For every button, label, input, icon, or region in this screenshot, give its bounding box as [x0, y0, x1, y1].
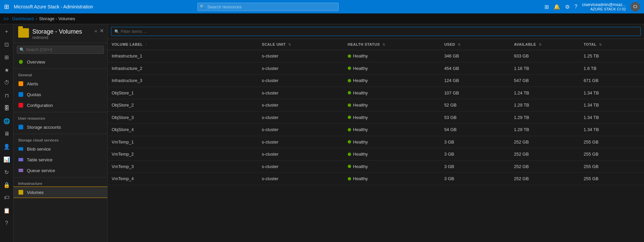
nav-item-volumes[interactable]: Volumes	[13, 187, 107, 198]
nav-item-queue-service[interactable]: Queue service	[13, 165, 107, 176]
cell-used: 346 GB	[440, 50, 510, 63]
col-health-label-text: HEALTH STATUS	[348, 42, 380, 46]
sidebar-dashboard-icon[interactable]: ⊡	[1, 38, 13, 50]
nav-item-alerts[interactable]: Alerts	[13, 78, 107, 89]
nav-table-label: Table service	[27, 157, 52, 162]
cell-used: 3 GB	[440, 136, 510, 148]
col-header-total[interactable]: TOTAL ⇅	[580, 39, 644, 50]
sidebar-compute-icon[interactable]: 🖥	[1, 128, 13, 140]
portal-icon[interactable]: ⊞	[544, 4, 549, 10]
cell-volume-label: ObjStore_2	[108, 99, 258, 112]
nav-item-table-service[interactable]: Table service	[13, 154, 107, 165]
notifications-icon[interactable]: 🔔	[554, 4, 560, 10]
table-service-icon	[18, 157, 24, 162]
panel-collapse-button[interactable]: «	[94, 28, 97, 34]
sidebar-tags-icon[interactable]: 🏷	[1, 192, 13, 204]
table-row[interactable]: Infrastructure_1 s-cluster Healthy 346 G…	[108, 50, 644, 63]
sidebar-allservices-icon[interactable]: ⊞	[1, 51, 13, 63]
table-row[interactable]: VmTemp_2 s-cluster Healthy 3 GB 252 GB 2…	[108, 148, 644, 161]
health-dot	[348, 54, 351, 58]
cell-scale-unit: s-cluster	[258, 148, 344, 161]
col-used-label-text: USED	[444, 42, 455, 46]
cell-used: 53 GB	[440, 111, 510, 124]
cell-scale-unit: s-cluster	[258, 87, 344, 99]
table-row[interactable]: VmTemp_3 s-cluster Healthy 3 GB 252 GB 2…	[108, 160, 644, 173]
cell-available: 933 GB	[510, 50, 579, 63]
health-dot	[348, 177, 351, 180]
sidebar-updates-icon[interactable]: ↻	[1, 166, 13, 178]
sidebar-network-icon[interactable]: 🌐	[1, 115, 13, 127]
panel-search-input[interactable]	[17, 46, 104, 54]
breadcrumb-expand[interactable]: >>	[3, 16, 9, 22]
cell-volume-label: VmTemp_1	[108, 136, 258, 148]
health-badge: Healthy	[348, 53, 368, 58]
cell-volume-label: Infrastructure_3	[108, 75, 258, 87]
cell-total: 1.34 TB	[580, 124, 644, 136]
sidebar-help-icon[interactable]: ?	[1, 217, 13, 229]
cell-used: 124 GB	[440, 75, 510, 87]
table-row[interactable]: Infrastructure_2 s-cluster Healthy 454 G…	[108, 62, 644, 75]
health-text: Healthy	[353, 127, 368, 132]
nav-item-storage-accounts[interactable]: Storage accounts	[13, 122, 107, 132]
sidebar-storage-icon[interactable]: 🗄	[1, 102, 13, 114]
sidebar-recent-icon[interactable]: ⏱	[1, 77, 13, 89]
health-badge: Healthy	[348, 115, 368, 120]
cell-volume-label: ObjStore_3	[108, 111, 258, 124]
cell-volume-label: ObjStore_1	[108, 87, 258, 99]
col-header-available[interactable]: AVAILABLE ⇅	[510, 39, 579, 50]
help-icon[interactable]: ?	[574, 4, 577, 10]
global-search-container: 🔍	[197, 3, 339, 11]
health-text: Healthy	[353, 115, 368, 120]
sidebar-users-icon[interactable]: 👤	[1, 140, 13, 153]
nav-section-user-resources: User resources	[13, 114, 107, 122]
nav-item-overview[interactable]: Overview	[13, 56, 107, 67]
cell-used: 3 GB	[440, 148, 510, 161]
col-header-scale-unit[interactable]: SCALE UNIT ⇅	[258, 39, 344, 50]
table-row[interactable]: ObjStore_2 s-cluster Healthy 52 GB 1.29 …	[108, 99, 644, 112]
nav-item-blob-service[interactable]: Blob service	[13, 144, 107, 154]
sidebar-subscriptions-icon[interactable]: 📋	[1, 204, 13, 216]
sidebar-plus-button[interactable]: +	[1, 26, 13, 38]
col-header-health-status[interactable]: HEALTH STATUS ⇅	[344, 39, 440, 50]
nav-divider-4	[13, 177, 107, 177]
sidebar-monitor-icon[interactable]: 📊	[1, 153, 13, 165]
health-dot	[348, 104, 351, 107]
overview-icon	[18, 59, 24, 65]
right-content: 🔍 VOLUME LABEL ↑ SCALE UNIT ⇅	[108, 24, 644, 242]
volumes-table: VOLUME LABEL ↑ SCALE UNIT ⇅ HEALTH STATU…	[108, 39, 644, 185]
col-header-used[interactable]: USED ⇅	[440, 39, 510, 50]
nav-item-configuration[interactable]: Configuration	[13, 100, 107, 111]
sidebar-resource-icon[interactable]: ⊓	[1, 89, 13, 102]
nav-item-quotas[interactable]: Quotas	[13, 89, 107, 100]
panel-close-button[interactable]: ✕	[100, 28, 104, 34]
cell-total: 1.34 TB	[580, 111, 644, 124]
sidebar-security-icon[interactable]: 🔒	[1, 179, 13, 191]
table-row[interactable]: VmTemp_4 s-cluster Healthy 3 GB 252 GB 2…	[108, 173, 644, 185]
global-search-input[interactable]	[197, 3, 339, 11]
table-row[interactable]: ObjStore_3 s-cluster Healthy 53 GB 1.29 …	[108, 111, 644, 124]
icon-sidebar: + ⊡ ⊞ ★ ⏱ ⊓ 🗄 🌐 🖥 👤 📊 ↻ 🔒 🏷 📋 ?	[0, 24, 13, 242]
settings-icon[interactable]: ⚙	[565, 4, 570, 10]
breadcrumb-dashboard[interactable]: Dashboard	[12, 16, 34, 21]
cell-total: 255 GB	[580, 148, 644, 161]
cell-volume-label: Infrastructure_1	[108, 50, 258, 63]
col-header-volume-label[interactable]: VOLUME LABEL ↑	[108, 39, 258, 50]
table-row[interactable]: ObjStore_4 s-cluster Healthy 54 GB 1.29 …	[108, 124, 644, 136]
table-row[interactable]: ObjStore_1 s-cluster Healthy 107 GB 1.24…	[108, 87, 644, 99]
sort-icon-available: ⇅	[539, 43, 542, 46]
left-panel: Storage - Volumes redmond « ✕ 🔍 Overview…	[13, 24, 108, 242]
table-row[interactable]: Infrastructure_3 s-cluster Healthy 124 G…	[108, 75, 644, 87]
health-text: Healthy	[353, 176, 368, 181]
nav-section-infrastructure: Infrastructure	[13, 179, 107, 187]
filter-input[interactable]	[111, 27, 641, 36]
health-badge: Healthy	[348, 127, 368, 132]
user-info: ciserviceadmin@msaz... AZURE STACK CI 02	[582, 2, 626, 11]
storage-accounts-icon	[18, 124, 24, 130]
avatar[interactable]: CI	[631, 2, 640, 11]
nav-volumes-label: Volumes	[27, 190, 44, 195]
table-row[interactable]: VmTemp_1 s-cluster Healthy 3 GB 252 GB 2…	[108, 136, 644, 148]
health-text: Healthy	[353, 139, 368, 145]
col-total-label-text: TOTAL	[584, 42, 597, 46]
blob-service-icon	[18, 146, 24, 152]
sidebar-favorites-icon[interactable]: ★	[1, 64, 13, 76]
